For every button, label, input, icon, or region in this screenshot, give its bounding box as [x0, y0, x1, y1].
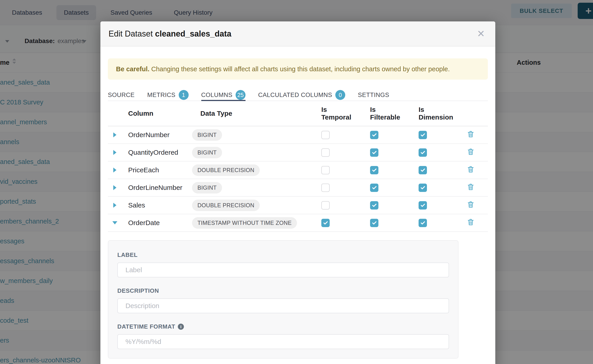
tab-label: METRICS — [147, 91, 176, 98]
edit-dataset-modal: Edit Datasetcleaned_sales_data ✕ Be care… — [100, 21, 495, 364]
column-editor-panel: LABEL DESCRIPTION DATETIME FORMAT i — [108, 240, 459, 359]
columns-table-body: OrderNumberBIGINTQuantityOrderedBIGINTPr… — [108, 126, 488, 232]
is-temporal-checkbox-unchecked[interactable] — [321, 166, 330, 174]
column-name: OrderNumber — [122, 131, 187, 139]
expand-caret-icon[interactable] — [113, 203, 116, 208]
expand-caret-icon[interactable] — [113, 132, 116, 137]
expand-caret-icon[interactable] — [113, 168, 116, 173]
data-type-pill: TIMESTAMP WITHOUT TIME ZONE — [192, 217, 297, 229]
datetime-format-field: DATETIME FORMAT i — [117, 323, 449, 349]
is-dimension-checkbox-checked[interactable] — [419, 166, 427, 174]
description-input[interactable] — [117, 298, 449, 313]
label-field-label: LABEL — [117, 252, 449, 259]
modal-body: Be careful. Changing these settings will… — [100, 58, 495, 359]
is-temporal-header: Is Temporal — [307, 106, 356, 121]
column-row-ordernumber: OrderNumberBIGINT — [108, 126, 488, 144]
delete-column-trash-icon[interactable] — [467, 148, 474, 157]
close-icon[interactable]: ✕ — [475, 28, 487, 39]
tab-source[interactable]: SOURCE — [108, 89, 135, 101]
delete-column-trash-icon[interactable] — [467, 130, 474, 140]
is-filterable-checkbox-checked[interactable] — [370, 184, 378, 192]
is-dimension-checkbox-checked[interactable] — [419, 201, 427, 209]
data-type-pill: BIGINT — [192, 147, 222, 158]
modal-title: Edit Datasetcleaned_sales_data — [109, 29, 231, 39]
label-field: LABEL — [117, 252, 449, 277]
delete-column-trash-icon[interactable] — [467, 183, 474, 192]
tab-label: SETTINGS — [358, 91, 389, 98]
tab-label: COLUMNS — [201, 91, 233, 98]
column-row-priceeach: PriceEachDOUBLE PRECISION — [108, 162, 488, 179]
tab-count-badge: 25 — [236, 90, 245, 100]
tab-calculated-columns[interactable]: CALCULATED COLUMNS0 — [258, 89, 345, 101]
label-input[interactable] — [117, 262, 449, 277]
column-name: OrderDate — [122, 219, 187, 227]
warning-banner: Be careful. Changing these settings will… — [108, 58, 488, 80]
data-type-pill: BIGINT — [192, 182, 222, 194]
is-dimension-checkbox-checked[interactable] — [419, 219, 427, 227]
datetime-format-input[interactable] — [117, 334, 449, 349]
is-filterable-header: Is Filterable — [356, 106, 405, 121]
data-type-pill: DOUBLE PRECISION — [192, 164, 260, 176]
column-name: Sales — [122, 202, 187, 209]
column-name: PriceEach — [122, 166, 187, 174]
data-type-pill: BIGINT — [192, 129, 222, 141]
column-name: OrderLineNumber — [122, 184, 187, 191]
warning-text: Changing these settings will affect all … — [151, 65, 450, 73]
tab-columns[interactable]: COLUMNS25 — [201, 89, 246, 101]
data-type-pill: DOUBLE PRECISION — [192, 200, 260, 211]
description-field: DESCRIPTION — [117, 287, 449, 313]
datetime-format-label-text: DATETIME FORMAT — [117, 323, 175, 330]
tab-count-badge: 1 — [179, 90, 189, 100]
tab-settings[interactable]: SETTINGS — [358, 89, 389, 101]
column-name: QuantityOrdered — [122, 149, 187, 156]
is-dimension-checkbox-checked[interactable] — [419, 184, 427, 192]
tab-metrics[interactable]: METRICS1 — [147, 89, 189, 101]
columns-table-header: Column Data Type Is Temporal Is Filterab… — [108, 101, 488, 126]
column-row-orderlinenumber: OrderLineNumberBIGINT — [108, 179, 488, 197]
is-temporal-checkbox-unchecked[interactable] — [321, 131, 330, 139]
modal-title-dataset-name: cleaned_sales_data — [155, 29, 231, 38]
is-temporal-checkbox-unchecked[interactable] — [321, 184, 330, 192]
tab-label: SOURCE — [108, 91, 135, 98]
is-filterable-checkbox-checked[interactable] — [370, 166, 378, 174]
is-filterable-checkbox-checked[interactable] — [370, 201, 378, 209]
modal-tabs: SOURCEMETRICS1COLUMNS25CALCULATED COLUMN… — [108, 89, 488, 101]
tab-count-badge: 0 — [335, 90, 345, 100]
delete-column-trash-icon[interactable] — [467, 166, 474, 175]
description-field-label: DESCRIPTION — [117, 287, 449, 294]
is-dimension-checkbox-checked[interactable] — [419, 148, 427, 157]
info-icon[interactable]: i — [178, 324, 184, 330]
is-filterable-checkbox-checked[interactable] — [370, 131, 378, 139]
is-temporal-checkbox-unchecked[interactable] — [321, 148, 330, 157]
is-filterable-checkbox-checked[interactable] — [370, 219, 378, 227]
column-row-orderdate: OrderDateTIMESTAMP WITHOUT TIME ZONE — [108, 214, 488, 232]
is-filterable-checkbox-checked[interactable] — [370, 148, 378, 157]
is-dimension-header: Is Dimension — [405, 106, 454, 121]
modal-header: Edit Datasetcleaned_sales_data ✕ — [100, 21, 495, 46]
modal-title-prefix: Edit Dataset — [109, 29, 153, 38]
column-row-quantityordered: QuantityOrderedBIGINT — [108, 144, 488, 162]
expand-caret-icon[interactable] — [113, 185, 116, 190]
is-temporal-checkbox-unchecked[interactable] — [321, 201, 330, 209]
datetime-format-field-label: DATETIME FORMAT i — [117, 323, 449, 330]
tab-label: CALCULATED COLUMNS — [258, 91, 332, 98]
collapse-caret-icon[interactable] — [112, 221, 117, 224]
delete-column-trash-icon[interactable] — [467, 201, 474, 210]
expand-caret-icon[interactable] — [113, 150, 116, 155]
warning-bold-text: Be careful. — [116, 65, 149, 73]
is-dimension-checkbox-checked[interactable] — [419, 131, 427, 139]
data-type-header: Data Type — [187, 110, 307, 117]
column-row-sales: SalesDOUBLE PRECISION — [108, 197, 488, 214]
delete-column-trash-icon[interactable] — [467, 218, 474, 228]
column-header: Column — [122, 110, 187, 117]
is-temporal-checkbox-checked[interactable] — [321, 219, 330, 227]
